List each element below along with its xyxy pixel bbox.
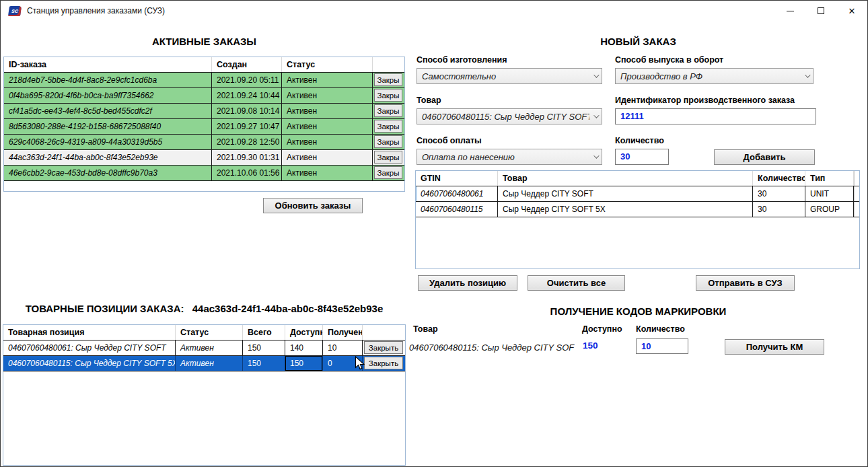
order-status-cell: Активен	[282, 73, 373, 87]
production-method-value: Самостоятельно	[417, 71, 589, 81]
minimize-button[interactable]	[774, 1, 805, 21]
table-row[interactable]: 04607060480061: Сыр Чеддер CITY SOFT Акт…	[3, 340, 405, 356]
table-row-selected[interactable]: 44ac363d-24f1-44ba-ab0c-8f43e52eb93e 202…	[4, 150, 404, 166]
order-status-cell: Активен	[282, 88, 373, 103]
order-status-cell: Активен	[282, 150, 373, 165]
close-order-button[interactable]: Закры	[374, 151, 402, 164]
received-cell: 10	[323, 340, 363, 355]
order-positions-title: ТОВАРНЫЕ ПОЗИЦИИ ЗАКАЗА: 44ac363d-24f1-4…	[1, 303, 408, 314]
maximize-icon	[818, 7, 824, 14]
type-cell: UNIT	[805, 186, 854, 201]
table-row[interactable]: 04607060480061 Сыр Чеддер CITY SOFT 30 U…	[416, 186, 859, 202]
column-header-quantity[interactable]: Количество	[753, 171, 805, 186]
titlebar: sc Станция управления заказами (СУЗ) ✕	[1, 1, 867, 21]
order-status-cell: Активен	[282, 104, 373, 118]
total-cell: 150	[243, 340, 285, 355]
new-order-title: НОВЫЙ ЗАКАЗ	[408, 36, 868, 47]
close-icon: ✕	[848, 7, 856, 15]
close-order-button[interactable]: Закры	[374, 89, 402, 102]
active-orders-table: ID-заказа Создан Статус 218d4eb7-5bbe-4d…	[3, 57, 405, 192]
order-positions-order-id: 44ac363d-24f1-44ba-ab0c-8f43e52eb93e	[192, 303, 384, 314]
column-header-created[interactable]: Создан	[212, 57, 282, 72]
marking-codes-title: ПОЛУЧЕНИЕ КОДОВ МАРКИРОВКИ	[408, 306, 868, 317]
production-method-select[interactable]: Самостоятельно	[417, 68, 602, 84]
add-button[interactable]: Добавить	[714, 149, 815, 165]
column-header-status[interactable]: Статус	[176, 325, 243, 340]
window-title: Станция управления заказами (СУЗ)	[27, 6, 165, 15]
minimize-icon	[787, 11, 794, 11]
production-order-id-label: Идентификатор производственного заказа	[615, 96, 795, 105]
mk-quantity-label: Количество	[636, 324, 685, 334]
table-row[interactable]: 8d563080-288e-4192-b158-686725088f40 202…	[4, 119, 404, 135]
mk-quantity-input[interactable]: 10	[636, 338, 688, 354]
table-row[interactable]: 04607060480115 Сыр Чеддер CITY SOFT 5X 3…	[416, 202, 859, 217]
column-header-product[interactable]: Товар	[498, 171, 753, 186]
send-to-suz-button[interactable]: Отправить в СУЗ	[696, 275, 795, 291]
order-created-cell: 2021.09.30 01:31	[212, 150, 282, 165]
table-row-selected[interactable]: 04607060480115: Сыр Чеддер CITY SOFT 5X …	[3, 356, 405, 371]
mk-available-value: 150	[583, 340, 598, 351]
order-status-cell: Активен	[282, 135, 373, 149]
table-row[interactable]: 0f4ba695-820d-4f6b-b0ca-ba9ff7354662 202…	[4, 88, 404, 104]
delete-position-button[interactable]: Удалить позицию	[418, 275, 517, 291]
table-row[interactable]: 218d4eb7-5bbe-4d4f-8ac8-2e9cfc1cd6ba 202…	[4, 73, 404, 88]
close-order-button[interactable]: Закры	[374, 104, 402, 117]
column-header-id[interactable]: ID-заказа	[4, 57, 212, 72]
chevron-down-icon	[801, 74, 813, 78]
quantity-cell: 30	[753, 186, 805, 201]
chevron-down-icon	[589, 155, 602, 159]
table-row[interactable]: 46e6cbb2-9cae-453d-bd8e-08dffc9b70a3 202…	[4, 166, 404, 181]
product-select[interactable]: 04607060480115: Сыр Чеддер CITY SOFT 5X	[417, 108, 602, 124]
chevron-down-icon	[589, 74, 602, 78]
production-method-label: Способ изготовления	[417, 55, 507, 65]
column-header-gtin[interactable]: GTIN	[416, 171, 498, 186]
quantity-input[interactable]: 30	[615, 149, 669, 165]
available-cell-current: 150	[285, 356, 323, 371]
gtin-cell: 04607060480061	[416, 186, 498, 201]
order-id-cell: 46e6cbb2-9cae-453d-bd8e-08dffc9b70a3	[4, 166, 212, 180]
close-position-button[interactable]: Закрыть	[364, 341, 403, 354]
table-row[interactable]: cf41a5dc-ee43-4ef4-8c5d-bed455cdfc2f 202…	[4, 104, 404, 119]
quantity-label: Количество	[615, 136, 664, 145]
column-header-actions	[363, 325, 405, 340]
column-header-status[interactable]: Статус	[282, 57, 373, 72]
column-header-position[interactable]: Товарная позиция	[3, 325, 176, 340]
mk-available-label: Доступно	[582, 324, 622, 334]
clear-all-button[interactable]: Очистить все	[528, 275, 625, 291]
close-button[interactable]: ✕	[836, 1, 867, 21]
get-km-button[interactable]: Получить КМ	[725, 339, 824, 355]
order-id-cell: 218d4eb7-5bbe-4d4f-8ac8-2e9cfc1cd6ba	[4, 73, 212, 87]
close-order-button[interactable]: Закры	[374, 73, 402, 86]
active-orders-title: АКТИВНЫЕ ЗАКАЗЫ	[1, 36, 408, 47]
payment-method-select[interactable]: Оплата по нанесению	[417, 149, 602, 165]
order-created-cell: 2021.09.08 10:14	[212, 104, 282, 118]
order-created-cell: 2021.09.20 05:11	[212, 73, 282, 87]
production-order-id-input[interactable]: 12111	[615, 108, 816, 124]
column-header-available[interactable]: Доступн	[285, 325, 323, 340]
mk-product-value: 04607060480115: Сыр Чеддер CITY SOF	[409, 343, 574, 353]
close-order-button[interactable]: Закры	[374, 120, 402, 133]
quantity-cell: 30	[753, 202, 805, 217]
release-method-select[interactable]: Производство в РФ	[615, 68, 813, 84]
release-method-label: Способ выпуска в оборот	[615, 55, 723, 65]
maximize-button[interactable]	[805, 1, 836, 21]
close-position-button[interactable]: Закрыть	[364, 357, 403, 369]
order-positions-header: Товарная позиция Статус Всего Доступн По…	[3, 325, 405, 340]
table-row[interactable]: 629c4068-26c9-4319-a809-44a30319d5b5 202…	[4, 135, 404, 150]
column-header-received[interactable]: Получен	[323, 325, 363, 340]
order-status-cell: Активен	[282, 166, 373, 180]
close-order-button[interactable]: Закры	[374, 135, 402, 148]
chevron-down-icon	[589, 114, 602, 118]
order-created-cell: 2021.09.28 12:50	[212, 135, 282, 149]
mouse-cursor	[355, 356, 365, 370]
app-window: sc Станция управления заказами (СУЗ) ✕ А…	[0, 0, 868, 467]
items-table-header: GTIN Товар Количество Тип	[416, 171, 859, 186]
active-orders-header: ID-заказа Создан Статус	[4, 57, 404, 73]
column-header-type[interactable]: Тип	[805, 171, 854, 186]
column-header-total[interactable]: Всего	[243, 325, 285, 340]
window-controls: ✕	[774, 1, 867, 21]
order-positions-title-label: ТОВАРНЫЕ ПОЗИЦИИ ЗАКАЗА:	[26, 303, 184, 314]
refresh-orders-button[interactable]: Обновить заказы	[263, 198, 363, 213]
position-cell: 04607060480061: Сыр Чеддер CITY SOFT	[3, 340, 176, 355]
close-order-button[interactable]: Закры	[374, 166, 402, 179]
